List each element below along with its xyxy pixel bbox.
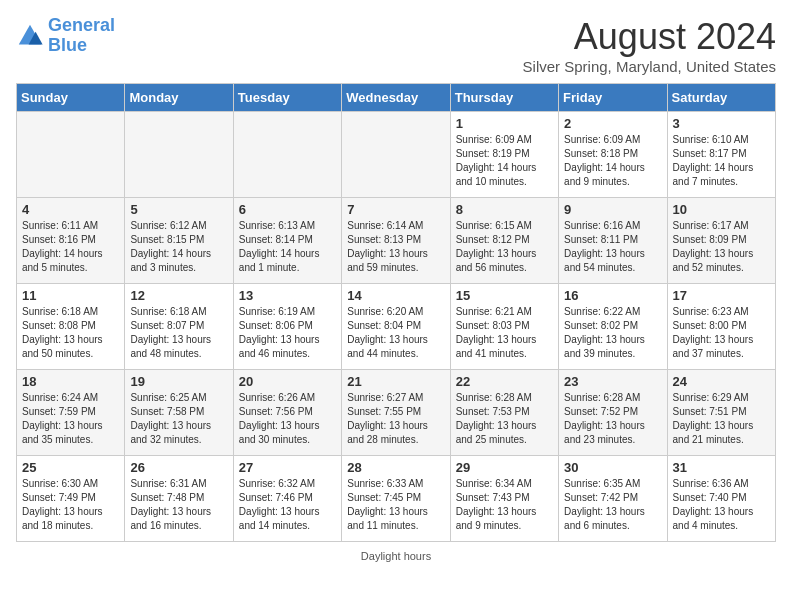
logo-icon <box>16 22 44 50</box>
calendar-body: 1Sunrise: 6:09 AM Sunset: 8:19 PM Daylig… <box>17 112 776 542</box>
title-block: August 2024 Silver Spring, Maryland, Uni… <box>523 16 776 75</box>
day-number: 7 <box>347 202 444 217</box>
day-info: Sunrise: 6:31 AM Sunset: 7:48 PM Dayligh… <box>130 477 227 533</box>
day-info: Sunrise: 6:36 AM Sunset: 7:40 PM Dayligh… <box>673 477 770 533</box>
calendar-week-row: 18Sunrise: 6:24 AM Sunset: 7:59 PM Dayli… <box>17 370 776 456</box>
calendar-cell: 31Sunrise: 6:36 AM Sunset: 7:40 PM Dayli… <box>667 456 775 542</box>
day-info: Sunrise: 6:22 AM Sunset: 8:02 PM Dayligh… <box>564 305 661 361</box>
weekday-header: Saturday <box>667 84 775 112</box>
page-header: General Blue August 2024 Silver Spring, … <box>16 16 776 75</box>
day-number: 1 <box>456 116 553 131</box>
calendar-cell: 22Sunrise: 6:28 AM Sunset: 7:53 PM Dayli… <box>450 370 558 456</box>
calendar-cell: 23Sunrise: 6:28 AM Sunset: 7:52 PM Dayli… <box>559 370 667 456</box>
day-number: 17 <box>673 288 770 303</box>
day-number: 25 <box>22 460 119 475</box>
day-number: 10 <box>673 202 770 217</box>
day-info: Sunrise: 6:12 AM Sunset: 8:15 PM Dayligh… <box>130 219 227 275</box>
calendar-cell: 3Sunrise: 6:10 AM Sunset: 8:17 PM Daylig… <box>667 112 775 198</box>
calendar-cell: 17Sunrise: 6:23 AM Sunset: 8:00 PM Dayli… <box>667 284 775 370</box>
calendar-week-row: 1Sunrise: 6:09 AM Sunset: 8:19 PM Daylig… <box>17 112 776 198</box>
day-number: 4 <box>22 202 119 217</box>
calendar-cell <box>125 112 233 198</box>
day-info: Sunrise: 6:16 AM Sunset: 8:11 PM Dayligh… <box>564 219 661 275</box>
calendar-week-row: 11Sunrise: 6:18 AM Sunset: 8:08 PM Dayli… <box>17 284 776 370</box>
weekday-header: Friday <box>559 84 667 112</box>
day-info: Sunrise: 6:28 AM Sunset: 7:52 PM Dayligh… <box>564 391 661 447</box>
day-number: 8 <box>456 202 553 217</box>
day-number: 14 <box>347 288 444 303</box>
day-number: 3 <box>673 116 770 131</box>
calendar-cell: 11Sunrise: 6:18 AM Sunset: 8:08 PM Dayli… <box>17 284 125 370</box>
day-info: Sunrise: 6:34 AM Sunset: 7:43 PM Dayligh… <box>456 477 553 533</box>
calendar-cell: 14Sunrise: 6:20 AM Sunset: 8:04 PM Dayli… <box>342 284 450 370</box>
weekday-header: Monday <box>125 84 233 112</box>
day-number: 16 <box>564 288 661 303</box>
day-number: 22 <box>456 374 553 389</box>
calendar-cell: 27Sunrise: 6:32 AM Sunset: 7:46 PM Dayli… <box>233 456 341 542</box>
day-number: 30 <box>564 460 661 475</box>
day-info: Sunrise: 6:29 AM Sunset: 7:51 PM Dayligh… <box>673 391 770 447</box>
calendar-cell <box>342 112 450 198</box>
calendar-cell: 21Sunrise: 6:27 AM Sunset: 7:55 PM Dayli… <box>342 370 450 456</box>
calendar-cell: 28Sunrise: 6:33 AM Sunset: 7:45 PM Dayli… <box>342 456 450 542</box>
day-number: 18 <box>22 374 119 389</box>
logo-text: General Blue <box>48 16 115 56</box>
calendar-cell: 20Sunrise: 6:26 AM Sunset: 7:56 PM Dayli… <box>233 370 341 456</box>
day-number: 15 <box>456 288 553 303</box>
day-number: 27 <box>239 460 336 475</box>
calendar-header-row: SundayMondayTuesdayWednesdayThursdayFrid… <box>17 84 776 112</box>
calendar-cell: 10Sunrise: 6:17 AM Sunset: 8:09 PM Dayli… <box>667 198 775 284</box>
day-number: 20 <box>239 374 336 389</box>
day-info: Sunrise: 6:09 AM Sunset: 8:18 PM Dayligh… <box>564 133 661 189</box>
day-info: Sunrise: 6:17 AM Sunset: 8:09 PM Dayligh… <box>673 219 770 275</box>
day-number: 19 <box>130 374 227 389</box>
calendar-cell: 30Sunrise: 6:35 AM Sunset: 7:42 PM Dayli… <box>559 456 667 542</box>
subtitle: Silver Spring, Maryland, United States <box>523 58 776 75</box>
day-info: Sunrise: 6:15 AM Sunset: 8:12 PM Dayligh… <box>456 219 553 275</box>
footer: Daylight hours <box>16 550 776 562</box>
weekday-header: Tuesday <box>233 84 341 112</box>
day-number: 31 <box>673 460 770 475</box>
calendar-cell: 15Sunrise: 6:21 AM Sunset: 8:03 PM Dayli… <box>450 284 558 370</box>
calendar-cell: 4Sunrise: 6:11 AM Sunset: 8:16 PM Daylig… <box>17 198 125 284</box>
day-number: 24 <box>673 374 770 389</box>
calendar-cell: 19Sunrise: 6:25 AM Sunset: 7:58 PM Dayli… <box>125 370 233 456</box>
logo-line1: General <box>48 15 115 35</box>
day-info: Sunrise: 6:23 AM Sunset: 8:00 PM Dayligh… <box>673 305 770 361</box>
day-number: 28 <box>347 460 444 475</box>
calendar-cell: 13Sunrise: 6:19 AM Sunset: 8:06 PM Dayli… <box>233 284 341 370</box>
day-info: Sunrise: 6:13 AM Sunset: 8:14 PM Dayligh… <box>239 219 336 275</box>
calendar-cell: 29Sunrise: 6:34 AM Sunset: 7:43 PM Dayli… <box>450 456 558 542</box>
calendar-week-row: 4Sunrise: 6:11 AM Sunset: 8:16 PM Daylig… <box>17 198 776 284</box>
day-info: Sunrise: 6:32 AM Sunset: 7:46 PM Dayligh… <box>239 477 336 533</box>
day-number: 23 <box>564 374 661 389</box>
weekday-header: Sunday <box>17 84 125 112</box>
day-info: Sunrise: 6:33 AM Sunset: 7:45 PM Dayligh… <box>347 477 444 533</box>
day-number: 12 <box>130 288 227 303</box>
day-info: Sunrise: 6:28 AM Sunset: 7:53 PM Dayligh… <box>456 391 553 447</box>
day-info: Sunrise: 6:21 AM Sunset: 8:03 PM Dayligh… <box>456 305 553 361</box>
day-number: 11 <box>22 288 119 303</box>
calendar-cell: 5Sunrise: 6:12 AM Sunset: 8:15 PM Daylig… <box>125 198 233 284</box>
calendar-cell: 16Sunrise: 6:22 AM Sunset: 8:02 PM Dayli… <box>559 284 667 370</box>
day-number: 29 <box>456 460 553 475</box>
calendar-cell: 9Sunrise: 6:16 AM Sunset: 8:11 PM Daylig… <box>559 198 667 284</box>
day-info: Sunrise: 6:27 AM Sunset: 7:55 PM Dayligh… <box>347 391 444 447</box>
main-title: August 2024 <box>523 16 776 58</box>
day-info: Sunrise: 6:18 AM Sunset: 8:07 PM Dayligh… <box>130 305 227 361</box>
calendar-cell: 25Sunrise: 6:30 AM Sunset: 7:49 PM Dayli… <box>17 456 125 542</box>
day-info: Sunrise: 6:11 AM Sunset: 8:16 PM Dayligh… <box>22 219 119 275</box>
logo-line2: Blue <box>48 35 87 55</box>
logo: General Blue <box>16 16 115 56</box>
calendar-cell: 18Sunrise: 6:24 AM Sunset: 7:59 PM Dayli… <box>17 370 125 456</box>
calendar-week-row: 25Sunrise: 6:30 AM Sunset: 7:49 PM Dayli… <box>17 456 776 542</box>
calendar-cell: 1Sunrise: 6:09 AM Sunset: 8:19 PM Daylig… <box>450 112 558 198</box>
day-number: 9 <box>564 202 661 217</box>
day-info: Sunrise: 6:10 AM Sunset: 8:17 PM Dayligh… <box>673 133 770 189</box>
calendar-cell: 2Sunrise: 6:09 AM Sunset: 8:18 PM Daylig… <box>559 112 667 198</box>
calendar-cell: 26Sunrise: 6:31 AM Sunset: 7:48 PM Dayli… <box>125 456 233 542</box>
calendar-cell: 7Sunrise: 6:14 AM Sunset: 8:13 PM Daylig… <box>342 198 450 284</box>
day-number: 6 <box>239 202 336 217</box>
day-info: Sunrise: 6:26 AM Sunset: 7:56 PM Dayligh… <box>239 391 336 447</box>
day-info: Sunrise: 6:14 AM Sunset: 8:13 PM Dayligh… <box>347 219 444 275</box>
